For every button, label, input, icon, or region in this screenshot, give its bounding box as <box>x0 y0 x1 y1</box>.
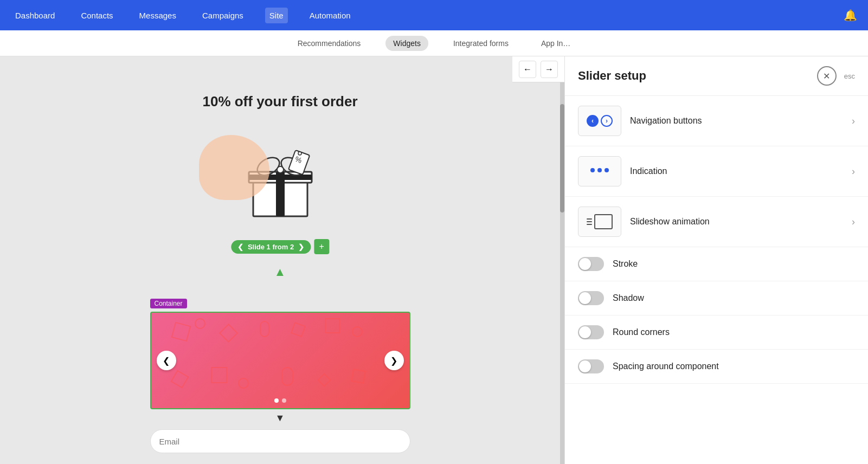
ind-dot-1 <box>590 168 595 172</box>
subnav-widgets[interactable]: Widgets <box>385 36 428 51</box>
nav-contacts[interactable]: Contacts <box>76 8 117 23</box>
redo-button[interactable]: → <box>541 61 558 78</box>
canvas-area: ← → 10% off your first order <box>0 56 564 464</box>
close-button[interactable]: ✕ <box>817 66 837 86</box>
panel-header: Slider setup ✕ esc <box>565 56 868 96</box>
slideshow-animation-label: Slideshow animation <box>630 217 843 227</box>
indication-item[interactable]: Indication › <box>565 146 868 197</box>
notification-bell-icon[interactable]: 🔔 <box>844 9 857 22</box>
nav-dashboard[interactable]: Dashboard <box>11 8 59 23</box>
round-corners-toggle-item: Round corners <box>565 315 868 350</box>
svg-point-6 <box>277 166 284 173</box>
container-label: Container <box>150 299 187 308</box>
round-corners-toggle[interactable] <box>578 325 604 339</box>
canvas-content: 10% off your first order <box>0 82 560 464</box>
main-layout: ← → 10% off your first order <box>0 56 868 464</box>
esc-label: esc <box>844 72 855 80</box>
canvas-scrollbar[interactable] <box>560 82 564 464</box>
sub-navigation: Recommendations Widgets Integrated forms… <box>0 30 868 56</box>
slideshow-rect <box>594 214 613 229</box>
slider-next-button[interactable]: ❯ <box>384 351 404 370</box>
email-input[interactable] <box>150 429 410 453</box>
ind-dot-3 <box>605 168 609 172</box>
round-corners-label: Round corners <box>613 327 855 337</box>
spacing-toggle-item: Spacing around component <box>565 350 868 384</box>
indication-chevron-icon: › <box>852 166 855 177</box>
indication-icon <box>578 156 621 186</box>
ind-dot-2 <box>597 168 602 172</box>
slideshow-lines <box>587 218 592 225</box>
gift-illustration-area: % ❮ Slide 1 from 2 ❯ + <box>188 119 372 238</box>
subnav-app-integrations[interactable]: App In… <box>533 36 578 51</box>
scrollbar-thumb[interactable] <box>560 104 564 212</box>
slider-prev-button[interactable]: ❮ <box>157 351 176 370</box>
slide-counter-label: Slide 1 from 2 <box>248 243 294 251</box>
slide-prev-btn[interactable]: ❮ <box>237 243 243 251</box>
panel-title: Slider setup <box>578 69 646 83</box>
nav-messages[interactable]: Messages <box>135 8 181 23</box>
slider-dots <box>274 398 286 403</box>
stroke-label: Stroke <box>613 259 855 269</box>
slide-title: 10% off your first order <box>202 93 357 110</box>
nav-right-icon: › <box>601 115 613 127</box>
nav-site[interactable]: Site <box>265 8 288 23</box>
slider-widget: ❮ ❯ <box>150 312 410 409</box>
undo-button[interactable]: ← <box>519 61 536 78</box>
shadow-label: Shadow <box>613 293 855 303</box>
top-navigation: Dashboard Contacts Messages Campaigns Si… <box>0 0 868 30</box>
indication-label: Indication <box>630 166 843 176</box>
down-arrow-icon: ▼ <box>275 413 285 424</box>
canvas-toolbar: ← → <box>512 56 564 82</box>
add-slide-button[interactable]: + <box>314 239 329 254</box>
slideshow-animation-icon <box>578 207 621 237</box>
spacing-label: Spacing around component <box>613 362 855 371</box>
shadow-toggle-item: Shadow <box>565 281 868 315</box>
slider-container: Container ◀ <box>150 312 410 409</box>
spacing-toggle[interactable] <box>578 359 604 373</box>
nav-automation[interactable]: Automation <box>305 8 355 23</box>
slide-next-btn[interactable]: ❯ <box>298 243 304 251</box>
nav-left-icon: ‹ <box>587 115 599 127</box>
navigation-buttons-item[interactable]: ‹ › Navigation buttons › <box>565 96 868 146</box>
nav-campaigns[interactable]: Campaigns <box>198 8 248 23</box>
shadow-toggle[interactable] <box>578 291 604 305</box>
right-panel: Slider setup ✕ esc ‹ › Navigation button… <box>564 56 868 464</box>
slider-background-shapes <box>151 313 409 408</box>
stroke-toggle-item: Stroke <box>565 247 868 281</box>
slider-dot-1[interactable] <box>274 398 279 403</box>
subnav-integrated-forms[interactable]: Integrated forms <box>446 36 516 51</box>
slider-dot-2[interactable] <box>282 398 286 403</box>
subnav-recommendations[interactable]: Recommendations <box>290 36 369 51</box>
slideshow-animation-item[interactable]: Slideshow animation › <box>565 197 868 247</box>
navigation-buttons-label: Navigation buttons <box>630 116 843 126</box>
navigation-buttons-icon: ‹ › <box>578 106 621 136</box>
stroke-toggle[interactable] <box>578 257 604 271</box>
slideshow-animation-chevron-icon: › <box>852 216 855 228</box>
navigation-buttons-chevron-icon: › <box>852 115 855 127</box>
up-arrow-icon: ▲ <box>274 265 286 279</box>
